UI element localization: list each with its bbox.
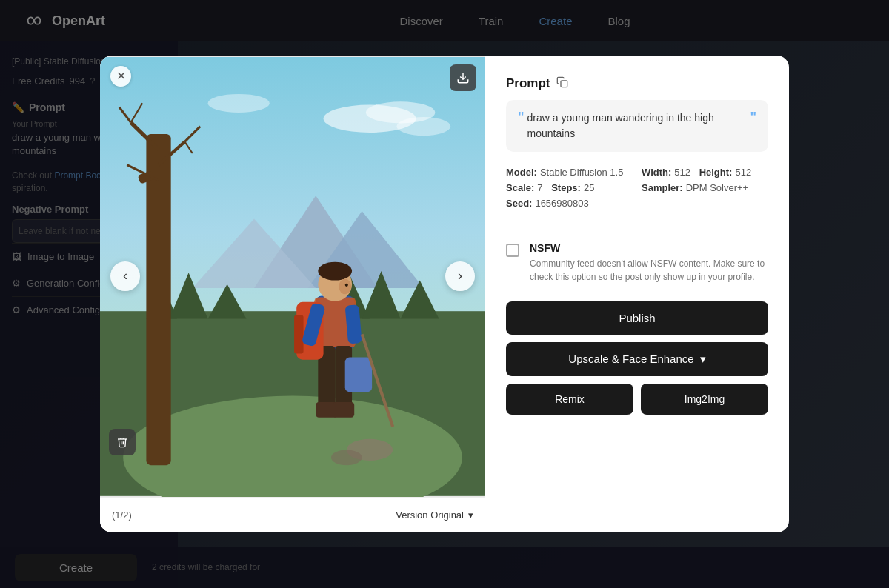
scale-value: 7 xyxy=(537,182,542,193)
svg-rect-18 xyxy=(146,134,170,465)
svg-rect-36 xyxy=(333,402,354,418)
trash-icon xyxy=(116,436,128,448)
sampler-label: Sampler: xyxy=(642,182,683,193)
height-label: Height: xyxy=(699,167,733,178)
delete-button[interactable] xyxy=(109,429,136,455)
sampler-meta: Sampler: DPM Solver++ xyxy=(642,182,768,193)
open-quote: " xyxy=(518,110,525,124)
remix-button[interactable]: Remix xyxy=(506,384,633,415)
upscale-button[interactable]: Upscale & Face Enhance ▾ xyxy=(506,342,768,376)
modal-image-area: ‹ › (1/2) Version Original ▾ xyxy=(100,56,485,533)
copy-icon-svg xyxy=(556,76,568,88)
nsfw-description: Community feed doesn't allow NSFW conten… xyxy=(530,257,768,284)
width-value: 512 xyxy=(674,167,690,178)
download-icon xyxy=(456,71,470,84)
version-selector[interactable]: Version Original ▾ xyxy=(396,510,473,521)
image-count: (1/2) xyxy=(112,510,132,521)
upscale-label: Upscale & Face Enhance xyxy=(568,353,693,365)
width-meta: Width: 512 Height: 512 xyxy=(642,167,768,178)
scale-label: Scale: xyxy=(506,182,534,193)
bottom-button-row: Remix Img2Img xyxy=(506,384,768,415)
model-label: Model: xyxy=(506,167,537,178)
seed-meta: Seed: 1656980803 xyxy=(506,198,633,209)
svg-rect-38 xyxy=(294,315,303,353)
next-image-button[interactable]: › xyxy=(445,261,475,291)
model-meta: Model: Stable Diffusion 1.5 xyxy=(506,167,633,178)
model-value: Stable Diffusion 1.5 xyxy=(540,167,624,178)
svg-rect-43 xyxy=(561,81,567,87)
svg-point-31 xyxy=(339,278,351,294)
svg-rect-39 xyxy=(345,357,372,392)
nsfw-checkbox[interactable] xyxy=(506,244,519,257)
image-footer: (1/2) Version Original ▾ xyxy=(100,497,485,532)
img2img-button[interactable]: Img2Img xyxy=(641,384,768,415)
prompt-box: " draw a young man wandering in the high… xyxy=(506,100,768,152)
modal-right-panel: Prompt " draw a young man wandering in t… xyxy=(485,56,789,533)
copy-button[interactable] xyxy=(556,76,568,90)
svg-point-32 xyxy=(345,283,348,286)
modal-close-button[interactable]: ✕ xyxy=(110,66,131,87)
chevron-down-icon: ▾ xyxy=(468,510,473,521)
close-quote: " xyxy=(750,110,756,124)
metadata-grid: Model: Stable Diffusion 1.5 Width: 512 H… xyxy=(506,167,768,209)
publish-button[interactable]: Publish xyxy=(506,301,768,335)
width-label: Width: xyxy=(642,167,671,178)
illustration xyxy=(100,56,485,498)
image-container: ‹ › xyxy=(100,56,485,498)
steps-value: 25 xyxy=(584,182,594,193)
divider xyxy=(506,227,768,227)
prev-image-button[interactable]: ‹ xyxy=(110,261,140,291)
seed-label: Seed: xyxy=(506,198,532,209)
download-button[interactable] xyxy=(450,64,476,91)
svg-point-17 xyxy=(331,450,362,465)
svg-point-3 xyxy=(396,117,450,136)
version-label: Version Original xyxy=(396,510,464,521)
nsfw-section: NSFW Community feed doesn't allow NSFW c… xyxy=(506,242,768,284)
svg-point-30 xyxy=(318,261,352,280)
prompt-section-title: Prompt xyxy=(506,76,550,91)
chevron-down-icon: ▾ xyxy=(700,353,706,366)
scale-meta: Scale: 7 Steps: 25 xyxy=(506,182,633,193)
steps-label: Steps: xyxy=(551,182,581,193)
height-value: 512 xyxy=(735,167,751,178)
prompt-text: draw a young man wandering in the high m… xyxy=(527,110,748,141)
svg-point-4 xyxy=(208,94,270,113)
action-buttons: Publish Upscale & Face Enhance ▾ Remix I… xyxy=(506,301,768,415)
nsfw-title: NSFW xyxy=(530,242,768,254)
prompt-header: Prompt xyxy=(506,76,768,91)
modal: ✕ xyxy=(100,56,789,533)
nsfw-content: NSFW Community feed doesn't allow NSFW c… xyxy=(530,242,768,284)
sampler-value: DPM Solver++ xyxy=(686,182,749,193)
seed-value: 1656980803 xyxy=(535,198,588,209)
modal-overlay[interactable]: ✕ xyxy=(0,0,889,588)
